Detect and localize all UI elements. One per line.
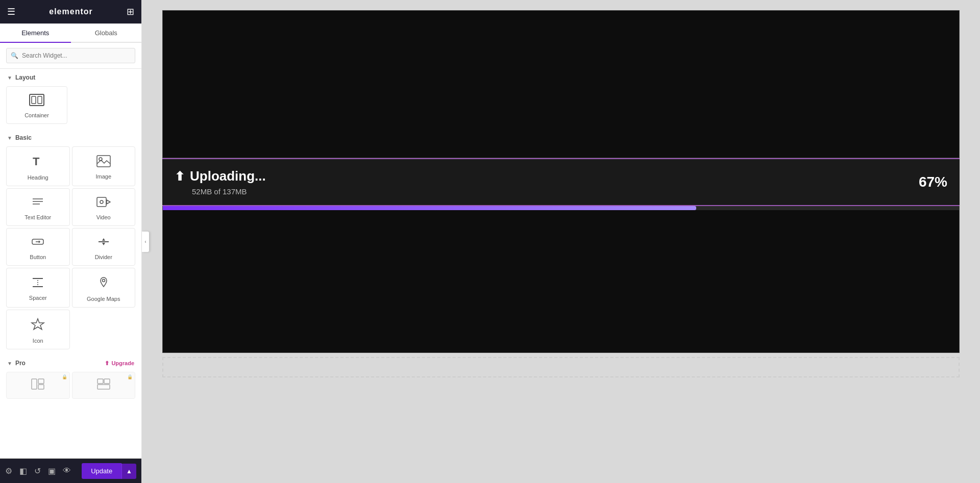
svg-rect-23 [38, 379, 44, 384]
sidebar-tabs: Elements Globals [0, 24, 141, 43]
upgrade-label: Upgrade [111, 360, 134, 366]
spacer-icon [31, 276, 45, 292]
eye-icon[interactable]: 👁 [63, 466, 71, 476]
widget-image[interactable]: Image [72, 146, 136, 186]
pro-widget-grid: 🔒 🔒 [0, 370, 141, 404]
svg-point-11 [100, 200, 103, 204]
basic-section-label: Basic [15, 134, 32, 141]
update-arrow-button[interactable]: ▲ [121, 464, 136, 479]
text-editor-icon [31, 196, 45, 211]
image-icon [96, 155, 111, 170]
video-icon [96, 196, 111, 211]
svg-rect-27 [97, 385, 110, 389]
sidebar: ☰ elementor ⊞ Elements Globals 🔍 ▼ Layou… [0, 0, 142, 483]
video-label: Video [96, 214, 111, 220]
widget-icon[interactable]: Icon [6, 310, 70, 349]
upload-title-text: Uploading... [190, 168, 266, 184]
pro-widget-1: 🔒 [6, 372, 70, 399]
button-icon [31, 236, 45, 251]
layout-section-header[interactable]: ▼ Layout [0, 69, 141, 84]
svg-rect-2 [38, 96, 42, 104]
pro-section-header: ▼ Pro ⬆ Upgrade [0, 354, 141, 370]
search-icon: 🔍 [11, 52, 18, 59]
history-icon[interactable]: ↺ [34, 466, 41, 476]
svg-rect-26 [104, 379, 110, 384]
layout-widget-grid: Container [0, 84, 141, 129]
heading-icon: T [31, 154, 45, 171]
collapse-icon: ‹ [145, 239, 146, 244]
elementor-logo: elementor [49, 7, 92, 16]
svg-point-20 [102, 279, 105, 282]
settings-icon[interactable]: ⚙ [5, 466, 12, 476]
sidebar-header: ☰ elementor ⊞ [0, 0, 141, 24]
upload-title: ⬆ Uploading... [175, 168, 266, 184]
widget-video[interactable]: Video [72, 188, 136, 226]
divider-icon [96, 236, 111, 251]
svg-rect-9 [97, 197, 106, 207]
upgrade-button[interactable]: ⬆ Upgrade [105, 360, 134, 367]
canvas-black-bottom [162, 210, 960, 353]
upload-percent: 67% [919, 174, 947, 190]
update-button[interactable]: Update [82, 463, 121, 479]
button-label: Button [30, 254, 46, 260]
icon-widget-icon [31, 317, 45, 335]
svg-rect-22 [32, 379, 37, 389]
collapse-handle[interactable]: ‹ [142, 232, 149, 252]
upload-info: ⬆ Uploading... 52MB of 137MB [175, 168, 266, 196]
widget-button[interactable]: Button [6, 228, 70, 266]
search-container: 🔍 [0, 43, 141, 69]
lock-icon-1: 🔒 [62, 374, 67, 379]
icon-label: Icon [33, 338, 43, 344]
responsive-icon[interactable]: ▣ [48, 466, 56, 476]
basic-widget-grid: T Heading Image [0, 144, 141, 354]
svg-marker-21 [32, 319, 44, 329]
widget-heading[interactable]: T Heading [6, 146, 70, 186]
tab-globals[interactable]: Globals [71, 24, 142, 42]
svg-marker-10 [107, 200, 110, 204]
svg-text:T: T [33, 155, 40, 168]
grid-icon[interactable]: ⊞ [127, 6, 134, 17]
svg-marker-15 [102, 238, 105, 241]
layers-icon[interactable]: ◧ [19, 466, 27, 476]
divider-label: Divider [95, 254, 112, 260]
hamburger-icon[interactable]: ☰ [7, 6, 15, 17]
heading-label: Heading [28, 174, 48, 181]
image-label: Image [95, 173, 111, 180]
canvas-area: ⬆ Uploading... 52MB of 137MB 67% [142, 0, 980, 483]
upload-subtitle: 52MB of 137MB [192, 187, 266, 196]
widget-spacer[interactable]: Spacer [6, 268, 70, 308]
progress-bar-fill [163, 206, 696, 210]
pro-widget-1-icon [31, 378, 44, 392]
search-input[interactable] [6, 48, 135, 63]
basic-arrow-icon: ▼ [7, 135, 12, 141]
progress-bar-bg [163, 206, 959, 210]
widget-container[interactable]: Container [6, 86, 67, 124]
layout-section-label: Layout [15, 74, 35, 81]
layout-arrow-icon: ▼ [7, 75, 12, 81]
upgrade-icon: ⬆ [105, 360, 109, 367]
container-label: Container [24, 112, 49, 118]
widget-divider[interactable]: Divider [72, 228, 136, 266]
progress-bar-container [162, 206, 960, 210]
text-editor-label: Text Editor [24, 214, 51, 220]
update-btn-container: Update ▲ [82, 463, 136, 479]
upload-overlay: ⬆ Uploading... 52MB of 137MB 67% [162, 158, 960, 206]
upload-icon: ⬆ [175, 169, 185, 184]
google-maps-label: Google Maps [87, 296, 120, 302]
dashed-placeholder [162, 357, 960, 377]
basic-section-header[interactable]: ▼ Basic [0, 129, 141, 144]
svg-rect-24 [38, 385, 44, 389]
widget-text-editor[interactable]: Text Editor [6, 188, 70, 226]
pro-widget-2: 🔒 [72, 372, 136, 399]
bottom-toolbar: ⚙ ◧ ↺ ▣ 👁 Update ▲ [0, 459, 141, 483]
tab-elements[interactable]: Elements [0, 24, 71, 43]
lock-icon-2: 🔒 [127, 374, 133, 379]
spacer-label: Spacer [29, 295, 47, 301]
svg-rect-4 [97, 156, 110, 167]
widget-google-maps[interactable]: Google Maps [72, 268, 136, 308]
tool-icons: ⚙ ◧ ↺ ▣ 👁 [5, 466, 71, 476]
pro-arrow-icon: ▼ [7, 361, 12, 366]
container-icon [29, 94, 44, 109]
svg-rect-25 [97, 379, 103, 384]
pro-section-label: Pro [15, 360, 26, 367]
